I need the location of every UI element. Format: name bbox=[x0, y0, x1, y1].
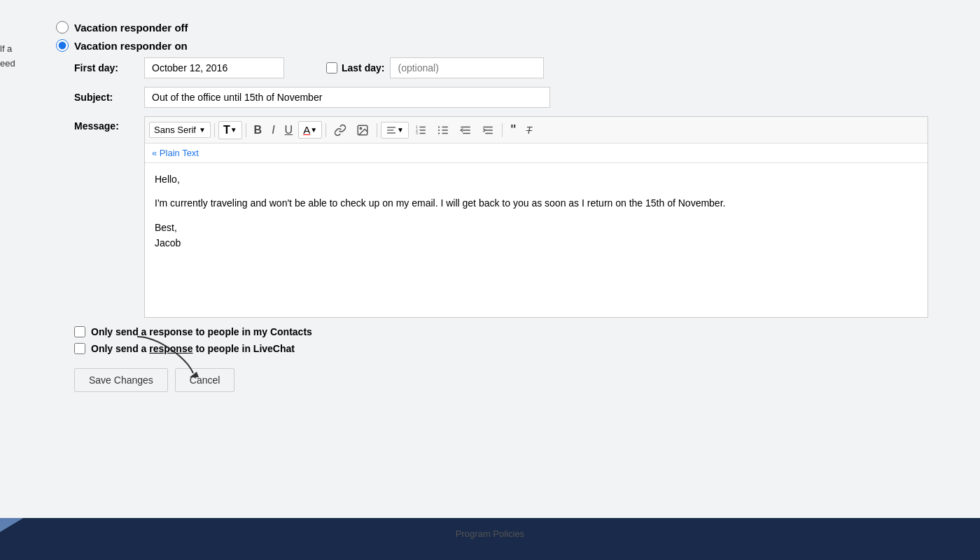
vacation-responder-on-row: Vacation responder on bbox=[56, 39, 938, 52]
svg-point-15 bbox=[438, 129, 440, 130]
text-color-button[interactable]: A ▼ bbox=[298, 121, 322, 139]
svg-text:3: 3 bbox=[416, 132, 418, 135]
message-row: Message: Sans Serif ▼ T ▼ bbox=[74, 116, 938, 318]
svg-marker-23 bbox=[190, 372, 199, 377]
first-day-label: First day: bbox=[74, 62, 144, 74]
bold-button[interactable]: B bbox=[250, 121, 267, 139]
clear-format-button[interactable]: T bbox=[522, 122, 537, 139]
font-size-icon: T bbox=[223, 124, 230, 136]
font-size-button[interactable]: T ▼ bbox=[218, 121, 242, 139]
contacts-checkbox[interactable] bbox=[74, 326, 85, 337]
toolbar-separator-4 bbox=[377, 123, 377, 137]
indent-less-icon bbox=[459, 124, 472, 136]
last-day-label: Last day: bbox=[342, 62, 384, 74]
last-day-input[interactable] bbox=[390, 57, 544, 78]
align-icon bbox=[386, 125, 397, 136]
side-note: lf a eed bbox=[0, 42, 15, 71]
message-editor[interactable]: Hello, I'm currently traveling and won't… bbox=[145, 163, 927, 317]
message-line2: I'm currently traveling and won't be abl… bbox=[155, 195, 918, 211]
svg-rect-3 bbox=[387, 130, 393, 130]
underline-button[interactable]: U bbox=[281, 121, 298, 139]
svg-point-14 bbox=[438, 126, 440, 127]
image-button[interactable] bbox=[352, 121, 373, 139]
indent-less-button[interactable] bbox=[455, 121, 476, 139]
indent-more-icon bbox=[482, 124, 494, 136]
toolbar-separator-2 bbox=[246, 123, 246, 137]
subject-row: Subject: bbox=[74, 87, 938, 108]
program-policies-link[interactable]: Program Policies bbox=[456, 528, 524, 539]
quote-button[interactable]: " bbox=[506, 120, 521, 140]
font-family-value: Sans Serif bbox=[154, 125, 196, 135]
svg-rect-2 bbox=[387, 127, 396, 127]
subject-input[interactable] bbox=[144, 87, 550, 108]
message-line1: Hello, bbox=[155, 172, 918, 187]
svg-point-1 bbox=[360, 127, 361, 129]
align-arrow-icon: ▼ bbox=[397, 126, 404, 134]
message-line3: Best, Jacob bbox=[155, 220, 918, 251]
toolbar-separator-5 bbox=[502, 123, 503, 137]
align-button[interactable]: ▼ bbox=[381, 122, 409, 139]
subject-label: Subject: bbox=[74, 92, 144, 103]
numbered-list-button[interactable]: 1 2 3 bbox=[410, 121, 431, 139]
action-buttons-row: Save Changes Cancel bbox=[74, 368, 938, 392]
italic-button[interactable]: I bbox=[267, 121, 279, 139]
indent-more-button[interactable] bbox=[477, 121, 498, 139]
toolbar-separator-1 bbox=[214, 123, 215, 137]
image-icon bbox=[356, 124, 369, 136]
first-day-input[interactable] bbox=[144, 57, 284, 78]
text-color-icon: A bbox=[303, 124, 310, 136]
vacation-responder-off-label[interactable]: Vacation responder off bbox=[74, 22, 188, 34]
vacation-responder-on-label[interactable]: Vacation responder on bbox=[74, 40, 188, 52]
link-icon bbox=[334, 124, 346, 136]
numbered-list-icon: 1 2 3 bbox=[414, 124, 427, 136]
svg-point-16 bbox=[438, 132, 440, 134]
font-size-sub-icon: ▼ bbox=[230, 126, 237, 134]
vacation-responder-off-radio[interactable] bbox=[56, 21, 69, 34]
plain-text-link[interactable]: « Plain Text bbox=[145, 144, 927, 163]
toolbar-separator-3 bbox=[326, 123, 326, 137]
message-label: Message: bbox=[74, 116, 144, 132]
editor-container: Sans Serif ▼ T ▼ B I U bbox=[144, 116, 928, 318]
text-color-arrow-icon: ▼ bbox=[310, 126, 317, 134]
editor-toolbar: Sans Serif ▼ T ▼ B I U bbox=[145, 117, 927, 144]
bullet-list-icon bbox=[437, 124, 449, 136]
vacation-responder-on-radio[interactable] bbox=[56, 39, 69, 52]
font-family-select[interactable]: Sans Serif ▼ bbox=[149, 122, 211, 138]
first-last-day-row: First day: Last day: bbox=[74, 57, 938, 78]
link-button[interactable] bbox=[330, 121, 351, 139]
svg-rect-4 bbox=[387, 132, 396, 133]
font-family-arrow-icon: ▼ bbox=[199, 126, 206, 134]
livechat-checkbox[interactable] bbox=[74, 343, 85, 354]
last-day-checkbox[interactable] bbox=[326, 62, 337, 74]
bullet-list-button[interactable] bbox=[433, 121, 454, 139]
last-day-section: Last day: bbox=[326, 57, 544, 78]
vacation-responder-off-row: Vacation responder off bbox=[56, 21, 938, 34]
arrow-annotation bbox=[109, 330, 221, 379]
